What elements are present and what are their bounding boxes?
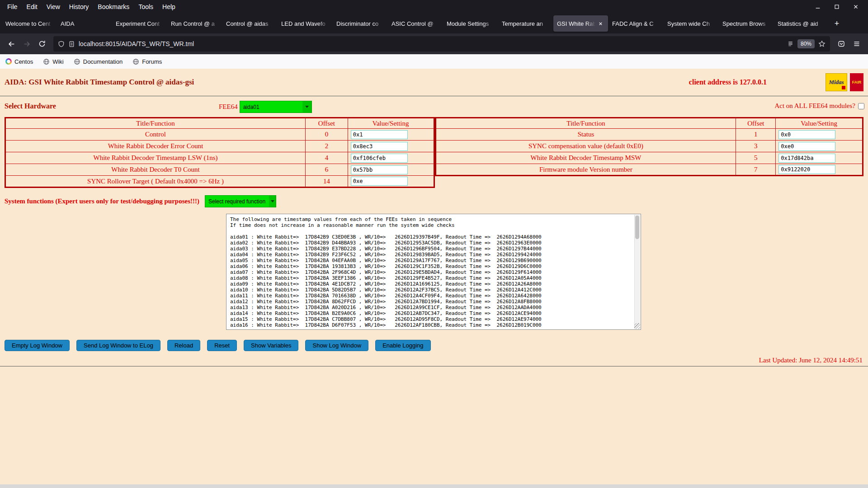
offset-cell: 6 [306,164,348,176]
window-bottom-edge [0,484,868,488]
bookmark-centos[interactable]: Centos [5,58,33,65]
bookmarks-toolbar: Centos Wiki Documentation Forums [0,54,868,69]
table-row: White Rabbit Decoder Error Count 2 [5,141,434,152]
browser-tab[interactable]: AIDA [57,15,112,32]
value-input[interactable] [778,165,835,174]
shield-icon[interactable] [58,41,65,47]
url-bar[interactable]: localhost:8015/AIDA/TS_WR/TS_WR.tml 80% [53,36,830,52]
table-row: White Rabbit Decoder Timestamp LSW (1ns)… [5,152,434,164]
system-function-select[interactable]: Select required function [205,195,276,207]
send-log-to-elog-button[interactable]: Send Log Window to ELog [76,340,160,351]
divider [0,96,868,96]
fee64-select[interactable]: aida01 [240,101,312,113]
forward-button[interactable] [19,36,34,52]
reset-button[interactable]: Reset [207,340,237,351]
column-header: Value/Setting [348,118,434,129]
log-text: The following are timestamp values from … [226,214,641,329]
title-cell: Control [5,129,306,141]
show-log-window-button[interactable]: Show Log Window [305,340,368,351]
menu-hamburger-icon[interactable] [849,36,864,52]
browser-tab[interactable]: LED and Wavefo [278,15,332,32]
value-input[interactable] [778,154,835,163]
value-input[interactable] [778,130,835,139]
value-input[interactable] [351,165,408,174]
show-variables-button[interactable]: Show Variables [244,340,298,351]
browser-tab[interactable]: Spectrum Brows [719,15,774,32]
menu-history[interactable]: History [65,1,94,12]
url-text[interactable]: localhost:8015/AIDA/TS_WR/TS_WR.tml [79,40,783,47]
reload-page-button[interactable]: Reload [167,340,200,351]
back-button[interactable] [4,36,19,52]
browser-tab[interactable]: Run Control @ a [167,15,222,32]
title-cell: SYNC Rollover Target ( Default 0x4000 =>… [5,176,306,188]
tab-bar: Welcome to Cent AIDA Experiment Cont Run… [0,14,868,33]
maximize-button[interactable] [827,0,846,14]
divider [0,366,868,366]
menu-tools[interactable]: Tools [134,1,158,12]
logos: Midas FAIR [826,73,863,91]
left-register-table: Title/Function Offset Value/Setting Cont… [5,117,435,188]
browser-tab[interactable]: Temperature an [498,15,553,32]
value-input[interactable] [778,142,835,151]
zoom-indicator[interactable]: 80% [797,39,815,48]
title-cell: White Rabbit Decoder Timestamp LSW (1ns) [5,152,306,164]
browser-tab[interactable]: Experiment Cont [112,15,167,32]
enable-logging-button[interactable]: Enable Logging [375,340,430,351]
page-content: AIDA: GSI White Rabbit Timestamp Control… [0,69,868,488]
close-button[interactable] [846,0,865,14]
offset-cell: 0 [306,129,348,141]
browser-tab[interactable]: System wide Ch [664,15,718,32]
log-window[interactable]: The following are timestamp values from … [226,214,641,330]
browser-tab[interactable]: Control @ aidas [222,15,277,32]
value-input[interactable] [351,177,408,186]
fee64-label: FEE64 [219,103,238,111]
scrollbar-thumb[interactable] [635,216,639,239]
menu-view[interactable]: View [42,1,65,12]
pocket-icon[interactable] [834,36,849,52]
value-input[interactable] [351,154,408,163]
minimize-button[interactable] [808,0,827,14]
browser-tab[interactable]: FADC Align & C [609,15,663,32]
bookmark-forums[interactable]: Forums [132,58,162,65]
browser-tab[interactable]: Welcome to Cent [2,15,57,32]
browser-tab[interactable]: ASIC Control @ [388,15,443,32]
value-input[interactable] [351,130,408,139]
browser-tab-active[interactable]: GSI White Rab [553,15,608,32]
fair-logo: FAIR [850,73,863,91]
table-row: Status 1 [435,129,863,141]
action-buttons: Empty Log Window Send Log Window to ELog… [5,340,868,351]
bookmark-star-icon[interactable] [818,40,826,47]
act-all-checkbox[interactable] [858,103,864,109]
reader-view-icon[interactable] [787,41,794,47]
empty-log-window-button[interactable]: Empty Log Window [5,340,70,351]
browser-tab[interactable]: Discriminator co [333,15,387,32]
menu-bookmarks[interactable]: Bookmarks [93,1,134,12]
menu-file[interactable]: File [3,1,22,12]
column-header: Title/Function [5,118,306,129]
menu-help[interactable]: Help [158,1,180,12]
title-cell: Status [435,129,736,141]
select-hardware-row: Select Hardware FEE64 aida01 Act on ALL … [0,98,868,116]
resize-grip[interactable] [634,323,640,329]
browser-tab[interactable]: Module Settings [443,15,498,32]
table-row: White Rabbit Decoder T0 Count 6 [5,164,434,176]
last-updated: Last Updated: June 12, 2024 14:49:51 [0,357,863,364]
table-row: Firmware module Version number 7 [435,164,863,176]
bookmark-documentation[interactable]: Documentation [74,58,123,65]
bookmark-wiki[interactable]: Wiki [43,58,64,65]
column-header: Value/Setting [776,118,863,129]
title-cell: White Rabbit Decoder T0 Count [5,164,306,176]
offset-cell: 4 [306,152,348,164]
table-row: SYNC Rollover Target ( Default 0x4000 =>… [5,176,434,188]
tab-close-icon[interactable] [596,19,604,28]
page-info-icon[interactable] [68,41,75,47]
log-scrollbar[interactable] [634,215,640,329]
browser-tab[interactable]: Statistics @ aid [774,15,829,32]
menu-edit[interactable]: Edit [22,1,42,12]
new-tab-button[interactable]: + [829,16,844,31]
value-input[interactable] [351,142,408,151]
globe-icon [43,58,50,65]
globe-icon [74,58,80,65]
reload-button[interactable] [34,36,50,52]
offset-cell: 14 [306,176,348,188]
